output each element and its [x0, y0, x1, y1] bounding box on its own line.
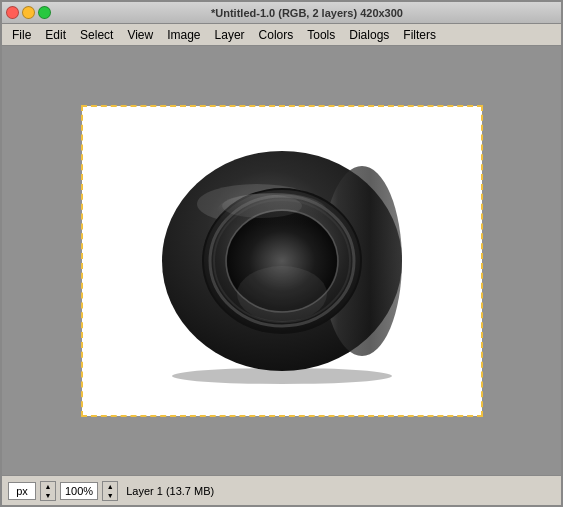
canvas-area[interactable]: [2, 46, 561, 475]
tire-illustration: [142, 136, 422, 386]
zoom-display: 100%: [60, 482, 98, 500]
image-canvas[interactable]: [82, 106, 482, 416]
menu-file[interactable]: File: [6, 26, 37, 44]
window-title: *Untitled-1.0 (RGB, 2 layers) 420x300: [57, 7, 557, 19]
menu-select[interactable]: Select: [74, 26, 119, 44]
menu-colors[interactable]: Colors: [253, 26, 300, 44]
menu-image[interactable]: Image: [161, 26, 206, 44]
zoom-spinner[interactable]: ▲ ▼: [102, 481, 118, 501]
main-window: *Untitled-1.0 (RGB, 2 layers) 420x300 Fi…: [0, 0, 563, 507]
statusbar: px ▲ ▼ 100% ▲ ▼ Layer 1 (13.7 MB): [2, 475, 561, 505]
unit-display: px: [8, 482, 36, 500]
menubar: File Edit Select View Image Layer Colors…: [2, 24, 561, 46]
menu-edit[interactable]: Edit: [39, 26, 72, 44]
menu-view[interactable]: View: [121, 26, 159, 44]
svg-point-12: [222, 194, 302, 218]
unit-spinner[interactable]: ▲ ▼: [40, 481, 56, 501]
unit-down-button[interactable]: ▼: [41, 491, 55, 500]
zoom-down-button[interactable]: ▼: [103, 491, 117, 500]
minimize-button[interactable]: [22, 6, 35, 19]
menu-layer[interactable]: Layer: [209, 26, 251, 44]
close-button[interactable]: [6, 6, 19, 19]
svg-point-10: [237, 266, 327, 322]
menu-filters[interactable]: Filters: [397, 26, 442, 44]
unit-up-button[interactable]: ▲: [41, 482, 55, 491]
layer-info: Layer 1 (13.7 MB): [126, 485, 214, 497]
titlebar: *Untitled-1.0 (RGB, 2 layers) 420x300: [2, 2, 561, 24]
menu-tools[interactable]: Tools: [301, 26, 341, 44]
window-controls: [6, 6, 51, 19]
tire-svg: [142, 136, 422, 386]
maximize-button[interactable]: [38, 6, 51, 19]
zoom-up-button[interactable]: ▲: [103, 482, 117, 491]
menu-dialogs[interactable]: Dialogs: [343, 26, 395, 44]
